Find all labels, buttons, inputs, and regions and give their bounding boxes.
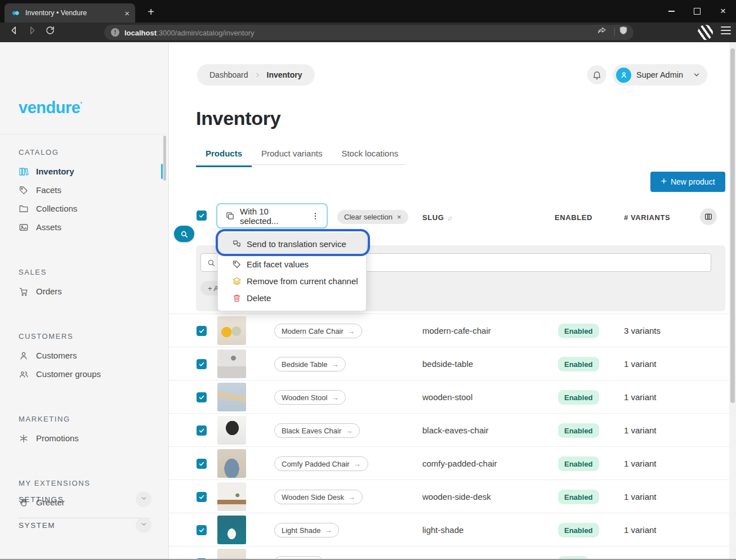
brave-shield-icon[interactable] <box>618 25 632 39</box>
close-window-button[interactable]: × <box>710 0 736 23</box>
layers-icon <box>232 276 242 286</box>
product-thumbnail <box>217 449 246 478</box>
table-row: Bedside Table→bedside-tableEnabled1 vari… <box>169 347 729 380</box>
browser-menu-icon[interactable] <box>721 26 731 34</box>
row-checkbox[interactable] <box>197 525 207 535</box>
active-indicator <box>161 164 163 179</box>
orders-icon <box>19 286 29 297</box>
sidebar-item-collections[interactable]: Collections <box>0 199 168 218</box>
inventory-icon <box>19 167 29 177</box>
menu-item-edit-facet-values[interactable]: Edit facet values <box>218 256 366 272</box>
collapsed-section-label: SETTINGS <box>19 495 64 504</box>
url-bar[interactable]: ! localhost:3000/admin/catalog/inventory <box>104 25 634 40</box>
sidebar-item-promotions[interactable]: Promotions <box>0 429 168 447</box>
search-toggle-button[interactable] <box>174 226 194 242</box>
menu-item-remove-from-current-channel[interactable]: Remove from current channel <box>218 272 366 289</box>
row-checkbox[interactable] <box>197 492 207 502</box>
back-button[interactable] <box>9 25 23 39</box>
share-icon[interactable] <box>597 25 610 39</box>
dots-vertical-icon <box>311 212 320 221</box>
product-name-button[interactable]: Comfy Padded Chair→ <box>274 456 368 471</box>
sidebar-item-customers[interactable]: Customers <box>0 346 168 365</box>
sidebar-item-orders[interactable]: Orders <box>0 282 168 301</box>
expand-section-button[interactable] <box>136 491 151 507</box>
minimize-button[interactable] <box>658 0 684 23</box>
sidebar-item-label: Orders <box>36 286 62 296</box>
arrow-right-icon: → <box>354 460 361 468</box>
status-badge: Enabled <box>558 324 599 338</box>
breadcrumb-item-inventory[interactable]: Inventory <box>267 70 302 79</box>
column-header-slug[interactable]: SLUG↓↑ <box>422 213 452 222</box>
sidebar-item-assets[interactable]: Assets <box>0 218 168 236</box>
status-badge: Enabled <box>558 357 599 371</box>
new-tab-button[interactable]: + <box>144 6 158 19</box>
tag-icon <box>232 259 242 269</box>
sidebar-item-customer-groups[interactable]: Customer groups <box>0 365 168 383</box>
sidebar: vendure’ CATALOGInventoryFacetsCollectio… <box>0 42 169 560</box>
breadcrumb-item-dashboard[interactable]: Dashboard <box>209 70 248 79</box>
product-name: Modern Cafe Chair <box>282 327 344 335</box>
product-name-button[interactable]: Wooden Side Desk→ <box>274 490 363 504</box>
menu-item-label: Delete <box>247 293 271 303</box>
site-info-icon[interactable]: ! <box>111 28 119 37</box>
table-row: Comfy Padded Chair→comfy-padded-chairEna… <box>169 446 729 480</box>
reload-button[interactable] <box>45 25 59 39</box>
browser-tab[interactable]: Inventory • Vendure × <box>5 3 135 23</box>
row-checkbox[interactable] <box>197 425 207 436</box>
product-name-button[interactable]: Light Shade→ <box>274 523 339 537</box>
browser-window: Inventory • Vendure × + × ! localhost:30… <box>0 0 736 560</box>
product-name-button[interactable]: Wooden Stool→ <box>274 390 346 405</box>
status-badge <box>558 556 588 560</box>
row-checkbox[interactable] <box>197 392 207 402</box>
clear-selection-button[interactable]: Clear selection × <box>337 210 408 224</box>
with-selected-label: With 10 selected... <box>240 207 306 226</box>
menu-item-delete[interactable]: Delete <box>218 289 366 306</box>
column-header-enabled: ENABLED <box>555 213 592 222</box>
product-slug: light-shade <box>422 525 463 535</box>
sidebar-item-inventory[interactable]: Inventory <box>0 162 168 181</box>
chevron-down-icon <box>140 494 148 504</box>
product-name: Bedside Table <box>282 360 327 369</box>
product-thumbnail <box>217 350 246 378</box>
product-slug: wooden-side-desk <box>422 492 491 501</box>
sidebar-item-label: Customers <box>36 351 77 360</box>
product-name-button[interactable] <box>274 556 324 560</box>
row-checkbox[interactable] <box>197 459 207 469</box>
sidebar-item-facets[interactable]: Facets <box>0 181 168 199</box>
variant-count: 1 variant <box>624 525 657 535</box>
user-menu[interactable]: Super Admin <box>613 64 707 86</box>
sidebar-collapsed-system[interactable]: SYSTEM <box>19 517 151 534</box>
product-name-button[interactable]: Bedside Table→ <box>274 357 346 371</box>
select-all-checkbox[interactable] <box>197 210 207 221</box>
product-name: Comfy Padded Chair <box>282 460 350 468</box>
page-scrollbar-thumb[interactable] <box>730 48 735 403</box>
new-product-button[interactable]: + New product <box>650 172 725 192</box>
browser-profile-avatar[interactable] <box>698 25 713 40</box>
chevron-right-icon <box>254 71 261 79</box>
expand-section-button[interactable] <box>136 517 151 533</box>
tab-close-icon[interactable]: × <box>124 8 130 18</box>
notifications-button[interactable] <box>587 65 606 84</box>
sidebar-scrollbar-thumb[interactable] <box>163 136 166 181</box>
product-slug: wooden-stool <box>422 392 472 402</box>
with-selected-button[interactable]: With 10 selected... <box>216 203 328 229</box>
menu-item-label: Edit facet values <box>247 259 309 269</box>
forward-button[interactable] <box>27 25 41 39</box>
product-name-button[interactable]: Black Eaves Chair→ <box>274 423 360 438</box>
breadcrumb[interactable]: DashboardInventory <box>197 64 315 86</box>
menu-item-send-to-translation-service[interactable]: Send to translation service <box>218 232 366 256</box>
column-picker-button[interactable] <box>700 208 717 225</box>
row-checkbox[interactable] <box>197 326 207 336</box>
sidebar-item-label: Collections <box>36 204 77 213</box>
sidebar-collapsed-settings[interactable]: SETTINGS <box>19 491 151 508</box>
row-checkbox[interactable] <box>197 359 207 369</box>
translate-icon <box>232 239 242 249</box>
arrow-right-icon: → <box>345 427 353 435</box>
product-name: Wooden Stool <box>282 393 327 402</box>
trash-icon <box>232 293 242 303</box>
product-name-button[interactable]: Modern Cafe Chair→ <box>274 324 362 338</box>
copy-icon <box>225 211 235 221</box>
vendure-logo-icon <box>11 8 21 18</box>
sort-icon[interactable]: ↓↑ <box>448 214 452 221</box>
maximize-button[interactable] <box>684 0 710 23</box>
